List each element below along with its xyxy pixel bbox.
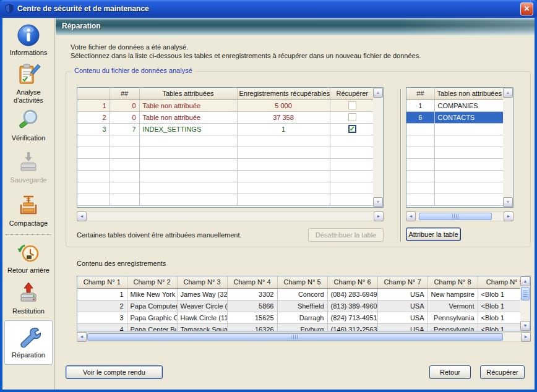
close-button[interactable]: ✕ (520, 2, 533, 15)
vertical-scrollbar[interactable]: ▲ ▼ (520, 276, 530, 331)
empty-row (77, 194, 374, 205)
activity-clipboard-icon (16, 62, 41, 87)
app-window: Centre de sécurité et de maintenance ✕ I… (0, 0, 537, 392)
back-button[interactable]: Retour (429, 365, 471, 379)
column-header: Champ N° 4 (227, 276, 277, 288)
scrollbar-thumb[interactable] (87, 333, 503, 341)
empty-row (406, 123, 504, 135)
table-row[interactable]: 1 0 Table non attribuée 5 000 (77, 100, 374, 111)
column-header: Tables non attribuées (434, 88, 504, 100)
intro-line-2: Sélectionnez dans la liste ci-dessous le… (71, 51, 421, 60)
scroll-right-icon[interactable]: ► (504, 211, 513, 221)
sidebar-item-compactage[interactable]: Compactage (4, 194, 53, 228)
sidebar: Informations Analyse d'activités (2, 18, 55, 390)
empty-row (406, 182, 504, 194)
recover-checkbox[interactable] (348, 101, 356, 109)
records-section-label: Contenu des enregistrements (77, 260, 166, 267)
column-header: Enregistrements récupérables (237, 88, 330, 100)
sidebar-item-label: Retour arrière (4, 266, 53, 275)
sidebar-item-label: Vérification (4, 134, 53, 142)
empty-row (406, 147, 504, 158)
shield-icon (4, 4, 14, 14)
sidebar-item-label: Sauvegarde (4, 176, 53, 184)
section-header-bar: Réparation (56, 18, 535, 35)
note-text: Certaines tables doivent être attribuées… (77, 231, 242, 239)
sidebar-item-label: Informations (4, 49, 53, 57)
table-row-selected[interactable]: 6 CONTACTS (406, 111, 504, 123)
unattributed-header-row: ## Tables non attribuées (406, 88, 504, 100)
records-grid: Champ N° 1 Champ N° 2 Champ N° 3 Champ N… (77, 276, 531, 331)
empty-row (406, 194, 504, 205)
empty-row (77, 170, 374, 182)
sidebar-item-restitution[interactable]: Restitution (4, 281, 53, 315)
column-header: ## (406, 88, 434, 100)
recover-checkbox-checked[interactable] (348, 125, 356, 133)
records-header-row: Champ N° 1 Champ N° 2 Champ N° 3 Champ N… (77, 276, 531, 288)
scroll-left-icon[interactable]: ◄ (77, 211, 87, 221)
record-row[interactable]: 4 Papa Center Bui Tamarack Squar 16326 F… (77, 323, 531, 331)
column-header (77, 88, 110, 100)
scroll-up-icon[interactable]: ▲ (520, 276, 530, 286)
empty-row (406, 158, 504, 170)
column-header: Champ N° 1 (77, 276, 127, 288)
record-row[interactable]: 3 Papa Graphic Cr Hawk Circle (11 15625 … (77, 312, 531, 323)
sidebar-item-reparation[interactable]: Réparation (4, 320, 53, 365)
vertical-scrollbar[interactable]: ▲ ▼ (373, 88, 383, 207)
restore-icon (16, 281, 41, 306)
scrollbar-thumb[interactable] (419, 213, 492, 220)
assign-table-button[interactable]: Attribuer la table (406, 228, 461, 241)
scroll-right-icon[interactable]: ► (374, 211, 384, 221)
scroll-left-icon[interactable]: ◄ (77, 332, 87, 342)
column-header: ## (110, 88, 139, 100)
scroll-down-icon[interactable]: ▼ (520, 321, 530, 331)
empty-row (77, 158, 374, 170)
empty-row (406, 135, 504, 147)
record-row[interactable]: 2 Papa Computer Weaver Circle (6 5866 Sh… (77, 300, 531, 312)
main-panel: Réparation Votre fichier de données a ét… (56, 18, 535, 390)
backup-icon (16, 150, 41, 175)
empty-row (77, 182, 374, 194)
horizontal-scrollbar[interactable]: ◄ ► (77, 332, 531, 342)
empty-row (77, 147, 374, 158)
intro-text: Votre fichier de données a été analysé. … (71, 43, 421, 60)
attributed-header-row: ## Tables attribuées Enregistrements réc… (77, 88, 374, 100)
sidebar-item-verification[interactable]: Vérification (4, 108, 53, 142)
groupbox-title: Contenu du fichier de données analysé (71, 67, 195, 74)
scroll-up-icon[interactable]: ▲ (373, 88, 383, 98)
sidebar-item-informations[interactable]: Informations (4, 23, 53, 57)
horizontal-scrollbar[interactable]: ◄ ► (77, 211, 384, 221)
window-title: Centre de sécurité et de maintenance (17, 4, 149, 13)
scroll-left-icon[interactable]: ◄ (406, 211, 416, 221)
vertical-scrollbar[interactable]: ▲ ▼ (503, 88, 513, 207)
unattributed-tables-grid: ## Tables non attribuées 1 COMPANIES 6 C… (406, 87, 513, 208)
title-bar: Centre de sécurité et de maintenance ✕ (0, 0, 537, 18)
sidebar-item-label: Analyse d'activités (4, 88, 53, 104)
scroll-up-icon[interactable]: ▲ (503, 88, 513, 98)
sidebar-divider (6, 234, 51, 235)
table-row[interactable]: 1 COMPANIES (406, 100, 504, 111)
sidebar-item-sauvegarde: Sauvegarde (4, 150, 53, 184)
view-report-button[interactable]: Voir le compte rendu (66, 365, 163, 379)
column-header: Champ N° 8 (427, 276, 478, 288)
scroll-right-icon[interactable]: ► (521, 332, 531, 342)
record-row[interactable]: 1 Mike New York S James Way (32) 3302 Co… (77, 288, 531, 300)
window-body: Informations Analyse d'activités (2, 18, 535, 390)
horizontal-scrollbar[interactable]: ◄ ► (406, 211, 513, 221)
scroll-down-icon[interactable]: ▼ (503, 197, 513, 207)
unassign-table-button: Désattribuer la table (308, 228, 384, 242)
sidebar-item-analyse[interactable]: Analyse d'activités (4, 62, 53, 104)
info-icon (16, 23, 41, 48)
scroll-down-icon[interactable]: ▼ (373, 197, 383, 207)
sidebar-item-retour-arriere[interactable]: Retour arrière (4, 241, 53, 275)
sidebar-item-label: Réparation (5, 351, 52, 359)
empty-row (406, 170, 504, 182)
table-row[interactable]: 2 0 Table non attribuée 37 358 (77, 111, 374, 123)
rollback-clock-icon (16, 241, 41, 265)
table-row[interactable]: 3 7 INDEX_SETTINGS 1 (77, 123, 374, 135)
recover-checkbox[interactable] (348, 113, 356, 121)
scrollbar-thumb[interactable] (521, 287, 530, 300)
column-header: Champ N° 5 (277, 276, 327, 288)
recover-button[interactable]: Récupérer (480, 365, 525, 379)
attributed-tables-grid: ## Tables attribuées Enregistrements réc… (77, 87, 384, 208)
sidebar-item-label: Compactage (4, 219, 53, 228)
